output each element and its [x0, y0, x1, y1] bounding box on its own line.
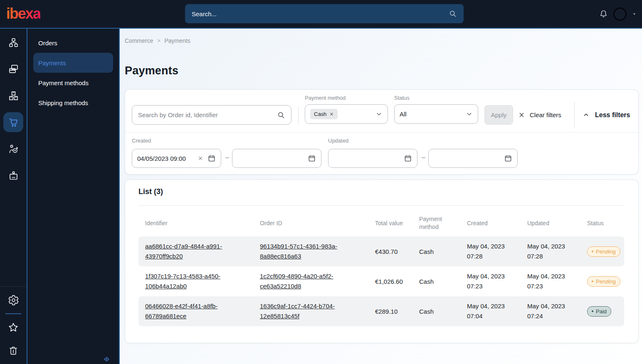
content-structure-icon[interactable]: [3, 32, 23, 52]
global-search-input[interactable]: [192, 10, 449, 17]
table-header: Identifier Order ID Total value Payment …: [138, 212, 624, 235]
status-dot: [592, 310, 593, 312]
calendar-icon[interactable]: [308, 154, 316, 162]
sidebar-collapse-icon[interactable]: [103, 355, 111, 363]
updated-date: May 04, 2023 07:24: [527, 301, 574, 321]
topbar: ibexa: [0, 0, 642, 29]
table-row: 06466028-e42f-4f41-a8fb-66789a681ece 163…: [138, 296, 624, 326]
table-row: aa6861cc-d7a9-4844-a991-43970ff9cb20 961…: [138, 236, 624, 266]
list-search-field[interactable]: [132, 105, 291, 125]
updated-date: May 04, 2023 07:23: [527, 271, 574, 291]
settings-gear-icon[interactable]: [3, 290, 23, 310]
col-identifier: Identifier: [145, 219, 260, 227]
sidebar-menu: Orders Payments Payment methods Shipping…: [27, 29, 120, 364]
sidebar-item-payment-methods[interactable]: Payment methods: [33, 73, 113, 93]
updated-label: Updated: [328, 138, 348, 144]
col-order-id: Order ID: [260, 219, 375, 227]
rail-divider-blue: [5, 313, 21, 314]
identifier-link[interactable]: 06466028-e42f-4f41-a8fb-66789a681ece: [145, 301, 237, 321]
icon-rail: [0, 29, 27, 364]
filter-divider: [574, 101, 575, 129]
sidebar-item-orders[interactable]: Orders: [33, 33, 113, 53]
updated-from-input[interactable]: [333, 155, 400, 162]
status-select[interactable]: All: [394, 104, 478, 124]
payment-method-chip: Cash: [310, 109, 338, 119]
status-badge: Pending: [587, 276, 620, 287]
order-id-link[interactable]: 1636c9af-1cc7-4424-b704-12e85813c45f: [260, 301, 351, 321]
chevron-down-icon: [375, 111, 383, 118]
rail-footer: [0, 286, 27, 364]
status-dot: [592, 251, 593, 252]
list-search-input[interactable]: [138, 111, 277, 118]
created-date: May 04, 2023 07:28: [467, 241, 514, 261]
created-to-input[interactable]: [237, 155, 304, 162]
app-window: ibexa: [0, 0, 642, 364]
updated-to-field[interactable]: [428, 149, 518, 168]
chevron-up-icon: [583, 111, 590, 118]
clear-filters-button[interactable]: Clear filters: [518, 105, 561, 125]
created-to-field[interactable]: [232, 149, 321, 168]
clear-date-icon[interactable]: [198, 155, 203, 161]
main-content: Commerce > Payments Payments Payment met…: [120, 29, 642, 364]
updated-from-field[interactable]: [328, 149, 417, 168]
filter-row-divider: [125, 132, 638, 133]
notifications-bell-icon[interactable]: [599, 9, 608, 19]
bookmarks-star-icon[interactable]: [3, 317, 23, 337]
created-date: May 04, 2023 07:23: [467, 271, 514, 291]
date-range-separator: –: [422, 154, 425, 161]
col-status: Status: [587, 219, 624, 227]
payment-method-filter: Payment method Cash: [305, 95, 388, 124]
status-selected-value: All: [400, 111, 407, 118]
updated-to-input[interactable]: [434, 155, 500, 162]
payment-method: Cash: [419, 248, 467, 255]
user-avatar[interactable]: [613, 7, 627, 21]
created-from-field[interactable]: [132, 149, 221, 168]
identifier-link[interactable]: 1f307c19-7c13-4583-a450-106b44a12ab0: [145, 271, 237, 291]
table-body: aa6861cc-d7a9-4844-a991-43970ff9cb20 961…: [138, 236, 624, 326]
ibexa-logo[interactable]: ibexa: [6, 5, 40, 22]
page-title: Payments: [125, 64, 178, 77]
payment-method-label: Payment method: [305, 95, 388, 101]
order-id-link[interactable]: 96134b91-57c1-4361-983a-8a88ec816a63: [260, 241, 351, 261]
col-total-value: Total value: [375, 219, 419, 227]
col-created: Created: [467, 219, 527, 227]
created-label: Created: [132, 138, 151, 144]
table-row: 1f307c19-7c13-4583-a450-106b44a12ab0 1c2…: [138, 266, 624, 296]
user-menu-caret-icon[interactable]: [632, 11, 637, 17]
less-filters-toggle[interactable]: Less filters: [583, 105, 630, 125]
filters-panel: Payment method Cash Status All: [125, 89, 639, 175]
payment-method-select[interactable]: Cash: [305, 104, 388, 124]
search-icon[interactable]: [449, 10, 457, 18]
marketing-target-icon[interactable]: [3, 139, 23, 159]
trash-icon[interactable]: [3, 341, 23, 361]
pages-icon[interactable]: [3, 59, 23, 79]
product-catalog-icon[interactable]: [3, 86, 23, 106]
close-icon: [518, 111, 525, 118]
created-from-input[interactable]: [137, 155, 193, 162]
payment-method: Cash: [419, 308, 467, 315]
order-id-link[interactable]: 1c2cf609-4890-4a20-a5f2-ce63a52210d8: [260, 271, 351, 291]
status-filter: Status All: [394, 95, 478, 124]
breadcrumb-payments[interactable]: Payments: [164, 37, 190, 44]
calendar-icon[interactable]: [504, 154, 512, 162]
sidebar-item-payments[interactable]: Payments: [33, 53, 113, 73]
calendar-icon[interactable]: [404, 154, 412, 162]
global-search[interactable]: [185, 4, 464, 23]
apply-button[interactable]: Apply: [484, 105, 513, 125]
rail-divider: [0, 286, 27, 287]
search-icon[interactable]: [277, 111, 285, 119]
customer-badge-icon[interactable]: [3, 165, 23, 185]
breadcrumb-commerce[interactable]: Commerce: [125, 37, 153, 44]
status-badge: Paid: [587, 306, 611, 317]
breadcrumb-separator: >: [157, 38, 160, 44]
filter-divider: [298, 106, 299, 124]
status-label: Status: [394, 95, 478, 101]
chevron-down-icon: [466, 111, 473, 118]
identifier-link[interactable]: aa6861cc-d7a9-4844-a991-43970ff9cb20: [145, 241, 237, 261]
status-dot: [592, 280, 593, 282]
chip-remove-icon[interactable]: [329, 112, 334, 116]
col-updated: Updated: [527, 219, 587, 227]
calendar-icon[interactable]: [207, 154, 216, 162]
commerce-cart-icon[interactable]: [3, 112, 23, 132]
sidebar-item-shipping-methods[interactable]: Shipping methods: [33, 93, 113, 113]
